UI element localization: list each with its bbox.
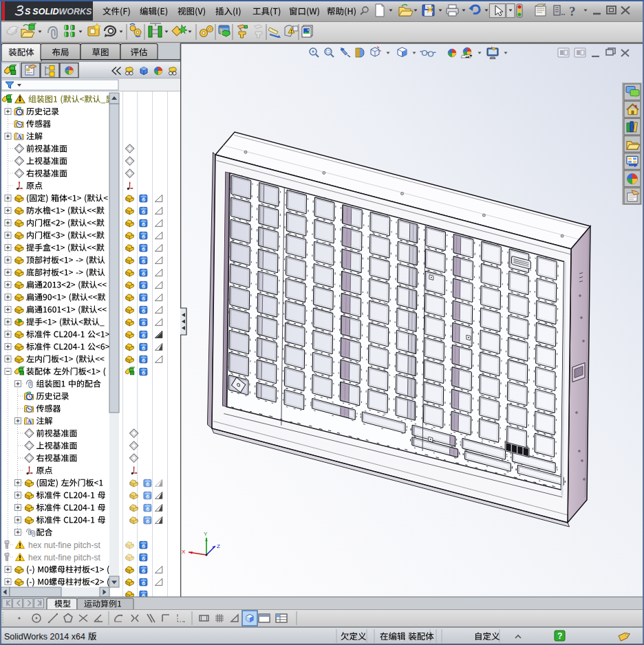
svg-text:Y: Y [204, 531, 208, 537]
svg-text:hex nut-fine pitch-st: hex nut-fine pitch-st [28, 540, 100, 550]
svg-text:SSOLIDWORKS: SSOLIDWORKS [25, 7, 92, 17]
svg-text:?: ? [569, 4, 576, 19]
svg-text:X: X [182, 549, 186, 555]
svg-text:SolidWorks 2014 x64: SolidWorks 2014 x64 [4, 632, 85, 642]
svg-text:?: ? [557, 631, 562, 641]
svg-text:hex nut-fine pitch-st: hex nut-fine pitch-st [28, 553, 100, 562]
svg-text:Z: Z [217, 543, 220, 549]
